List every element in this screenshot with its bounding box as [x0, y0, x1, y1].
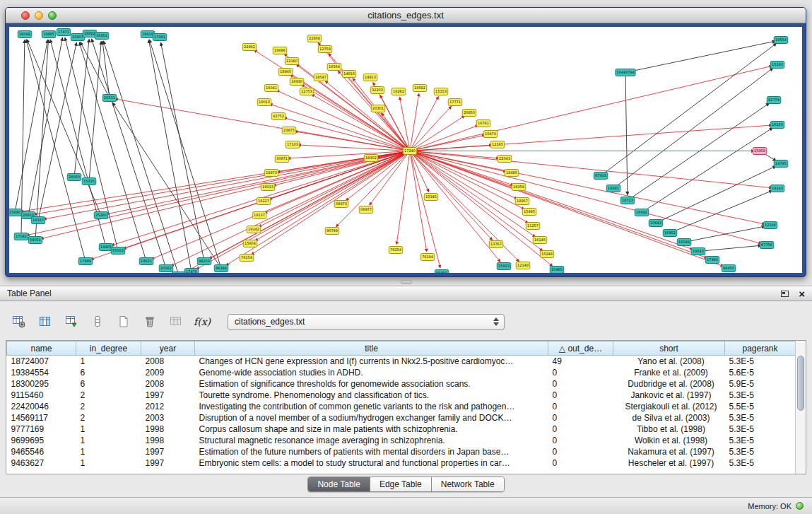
- graph-node[interactable]: 15153: [434, 88, 448, 95]
- graph-node[interactable]: 18621: [139, 258, 153, 265]
- graph-node[interactable]: 18945: [278, 69, 293, 76]
- graph-node[interactable]: 15235: [82, 178, 96, 185]
- graph-node[interactable]: 16227: [257, 198, 271, 205]
- minimize-window-button[interactable]: [35, 11, 43, 20]
- graph-node[interactable]: 55013: [111, 247, 125, 255]
- table-row[interactable]: 1830029562008Estimation of significance …: [7, 378, 796, 390]
- graph-node[interactable]: 19391: [606, 185, 620, 192]
- graph-node[interactable]: 90799: [325, 228, 339, 235]
- table-row[interactable]: 1938455462009Genome-wide association stu…: [7, 367, 796, 378]
- network-window[interactable]: citations_edges.txt 17240228621908622160…: [5, 7, 806, 277]
- graph-node[interactable]: 98203: [197, 258, 211, 265]
- graph-node[interactable]: 18957: [515, 198, 529, 205]
- graph-node[interactable]: 20301: [371, 105, 385, 112]
- graph-node[interactable]: 15193: [770, 62, 784, 69]
- table-row[interactable]: 946554611997Estimation of the future num…: [7, 446, 796, 457]
- graph-node[interactable]: 67758: [760, 242, 774, 249]
- graph-node[interactable]: 20531: [102, 95, 117, 102]
- table-row[interactable]: 2242004622012Investigating the contribut…: [7, 401, 796, 412]
- graph-node[interactable]: 19013: [261, 184, 275, 191]
- graph-node[interactable]: 11257: [526, 223, 540, 230]
- graph-node[interactable]: 12753: [300, 88, 314, 95]
- create-column-button[interactable]: [114, 313, 133, 331]
- graph-node[interactable]: 12758: [318, 46, 332, 53]
- graph-node[interactable]: 10643: [649, 220, 663, 227]
- graph-node[interactable]: 16942: [635, 209, 649, 216]
- show-columns-button[interactable]: [36, 313, 54, 331]
- graph-node[interactable]: 15248: [540, 251, 554, 258]
- graph-node[interactable]: 16761: [476, 120, 490, 127]
- zoom-window-button[interactable]: [48, 11, 57, 20]
- graph-node[interactable]: 98450: [435, 270, 449, 274]
- graph-node[interactable]: 17999: [78, 258, 93, 265]
- table-row[interactable]: 977716911998Corpus callosum shape and si…: [7, 424, 796, 435]
- graph-node[interactable]: 16145: [533, 237, 547, 244]
- graph-node[interactable]: 10474: [483, 131, 498, 138]
- graph-node[interactable]: 76254: [389, 247, 403, 254]
- graph-node[interactable]: 19542: [691, 248, 705, 255]
- graph-node[interactable]: 22808: [307, 35, 322, 42]
- graph-node[interactable]: 22160: [285, 58, 299, 65]
- graph-node[interactable]: 92774: [767, 97, 781, 104]
- graph-node[interactable]: 08973: [334, 201, 348, 208]
- column-header-pagerank[interactable]: pagerank: [725, 341, 796, 356]
- graph-node[interactable]: 18008: [172, 272, 186, 274]
- graph-node[interactable]: 18187: [31, 217, 45, 224]
- graph-node[interactable]: 12148: [516, 262, 530, 269]
- tab-network-table[interactable]: Network Table: [432, 477, 504, 491]
- column-header-in-degree[interactable]: in_degree: [76, 341, 141, 356]
- graph-node[interactable]: 18973: [264, 170, 278, 177]
- table-select[interactable]: citations_edges.txt: [228, 314, 505, 330]
- table-row[interactable]: 969969511998Structural magnetic resonanc…: [7, 435, 796, 446]
- table-options-button[interactable]: [10, 313, 28, 331]
- column-header-title[interactable]: title: [195, 341, 548, 356]
- graph-node[interactable]: 10465: [550, 267, 564, 274]
- graph-node[interactable]: 19813: [363, 74, 377, 81]
- graph-node[interactable]: 20062: [159, 265, 173, 272]
- graph-node[interactable]: 15495: [522, 209, 536, 216]
- network-view[interactable]: 1724022862190862216018945169301275316041…: [9, 27, 802, 273]
- graph-node[interactable]: 16930: [290, 78, 304, 86]
- table-row[interactable]: 946362711997Embryonic stem cells: a mode…: [7, 457, 796, 469]
- graph-node[interactable]: 17771: [448, 99, 462, 106]
- graph-node[interactable]: 17103: [286, 141, 300, 148]
- graph-node[interactable]: 16564: [327, 64, 341, 71]
- graph-node[interactable]: 12106: [763, 222, 777, 229]
- graph-node[interactable]: 16952: [663, 230, 677, 237]
- graph-node[interactable]: 15958: [753, 148, 767, 155]
- graph-node[interactable]: 15913: [497, 263, 511, 270]
- table-row[interactable]: 911546021997Tourette syndrome. Phenomeno…: [7, 390, 796, 401]
- column-header-year[interactable]: year: [141, 341, 195, 356]
- graph-node[interactable]: 19242: [247, 226, 261, 233]
- float-panel-icon[interactable]: [781, 291, 789, 297]
- graph-node[interactable]: 17471: [57, 29, 71, 36]
- graph-node[interactable]: 19143: [770, 185, 784, 192]
- graph-node[interactable]: 16262: [392, 88, 406, 95]
- column-header-name[interactable]: name: [7, 341, 76, 356]
- graph-node[interactable]: 23875: [282, 127, 296, 134]
- close-window-button[interactable]: [21, 11, 30, 20]
- function-builder-button[interactable]: f(x): [193, 313, 211, 331]
- graph-node[interactable]: 98450: [722, 265, 736, 272]
- column-header-short[interactable]: short: [613, 341, 725, 356]
- graph-node[interactable]: 67919: [594, 173, 608, 180]
- graph-node[interactable]: 19554: [774, 37, 788, 44]
- graph-node[interactable]: 30671: [275, 156, 289, 163]
- graph-node[interactable]: 19885: [42, 31, 56, 38]
- graph-node[interactable]: 15345: [424, 194, 438, 201]
- graph-node[interactable]: 18723: [620, 197, 635, 204]
- panel-resize-grip[interactable]: [401, 280, 412, 284]
- graph-node[interactable]: 17082: [14, 233, 28, 240]
- graph-node[interactable]: 20850: [462, 110, 476, 117]
- graph-node[interactable]: 16048: [18, 31, 32, 38]
- graph-node[interactable]: 15604: [243, 240, 257, 247]
- graph-node[interactable]: 16143: [770, 122, 784, 129]
- citation-graph-canvas[interactable]: 1724022862190862216018945169301275316041…: [9, 27, 802, 273]
- graph-node[interactable]: 22043: [498, 156, 512, 163]
- graph-node[interactable]: 42752: [271, 113, 286, 120]
- graph-node[interactable]: 14745: [774, 160, 788, 168]
- window-titlebar[interactable]: citations_edges.txt: [6, 8, 806, 23]
- graph-node[interactable]: 18137: [252, 212, 266, 219]
- graph-node[interactable]: 76154: [240, 255, 254, 262]
- graph-node[interactable]: 59051: [28, 237, 42, 244]
